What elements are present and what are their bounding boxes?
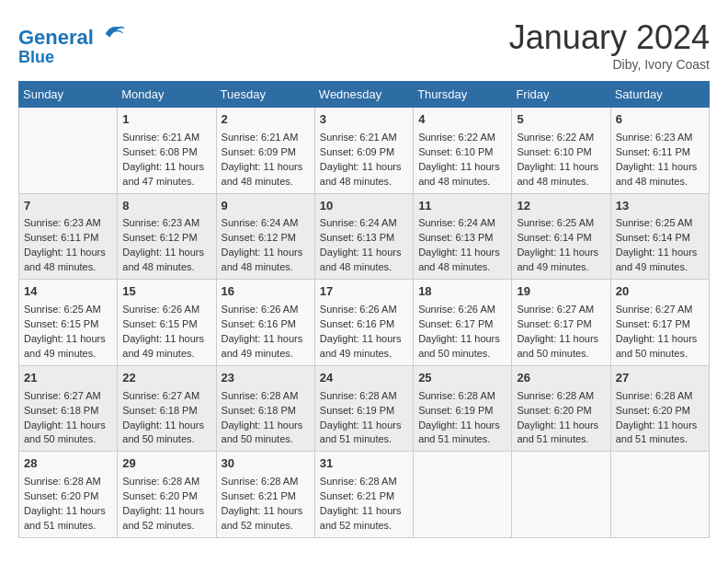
day-info: and 52 minutes. bbox=[122, 519, 210, 534]
day-info: Sunrise: 6:28 AM bbox=[222, 389, 310, 404]
day-info: Sunrise: 6:27 AM bbox=[122, 389, 210, 404]
day-number: 31 bbox=[320, 455, 408, 473]
calendar-cell: 15Sunrise: 6:26 AMSunset: 6:15 PMDayligh… bbox=[118, 280, 216, 366]
day-number: 30 bbox=[222, 455, 310, 473]
day-info: Daylight: 11 hours bbox=[24, 504, 112, 519]
day-info: Sunrise: 6:27 AM bbox=[517, 303, 605, 317]
weekday-header-friday: Friday bbox=[512, 82, 610, 108]
day-info: and 48 minutes. bbox=[222, 260, 310, 275]
day-info: and 51 minutes. bbox=[24, 519, 112, 534]
calendar-cell: 20Sunrise: 6:27 AMSunset: 6:17 PMDayligh… bbox=[610, 280, 709, 366]
day-number: 13 bbox=[616, 198, 704, 215]
calendar-cell: 17Sunrise: 6:26 AMSunset: 6:16 PMDayligh… bbox=[314, 280, 413, 366]
day-info: Daylight: 11 hours bbox=[320, 419, 408, 433]
day-number: 8 bbox=[122, 198, 210, 215]
weekday-header-row: SundayMondayTuesdayWednesdayThursdayFrid… bbox=[19, 82, 710, 108]
day-info: Sunrise: 6:28 AM bbox=[122, 475, 210, 489]
calendar-cell: 7Sunrise: 6:23 AMSunset: 6:11 PMDaylight… bbox=[19, 193, 118, 280]
day-info: Sunset: 6:16 PM bbox=[222, 317, 310, 332]
calendar-cell: 21Sunrise: 6:27 AMSunset: 6:18 PMDayligh… bbox=[19, 365, 118, 452]
day-info: Daylight: 11 hours bbox=[122, 504, 210, 519]
day-info: Sunset: 6:12 PM bbox=[122, 231, 210, 246]
day-info: Sunset: 6:13 PM bbox=[418, 231, 506, 246]
day-info: Daylight: 11 hours bbox=[122, 160, 210, 175]
day-info: Sunset: 6:19 PM bbox=[320, 404, 408, 419]
day-number: 4 bbox=[418, 111, 506, 129]
weekday-header-saturday: Saturday bbox=[610, 82, 709, 108]
day-info: Sunrise: 6:23 AM bbox=[24, 216, 112, 231]
day-info: Sunrise: 6:22 AM bbox=[517, 131, 605, 145]
day-info: Daylight: 11 hours bbox=[122, 332, 210, 347]
day-info: and 51 minutes. bbox=[320, 432, 408, 447]
day-info: Daylight: 11 hours bbox=[517, 332, 605, 347]
day-info: Daylight: 11 hours bbox=[24, 419, 112, 433]
logo-text: General bbox=[18, 18, 127, 49]
logo-blue: Blue bbox=[18, 49, 127, 67]
day-info: and 50 minutes. bbox=[222, 432, 310, 447]
day-info: and 50 minutes. bbox=[517, 347, 605, 362]
weekday-header-tuesday: Tuesday bbox=[216, 82, 314, 108]
day-info: and 48 minutes. bbox=[24, 260, 112, 275]
calendar-cell: 1Sunrise: 6:21 AMSunset: 6:08 PMDaylight… bbox=[118, 108, 216, 194]
day-info: Sunrise: 6:22 AM bbox=[418, 131, 506, 145]
day-info: Daylight: 11 hours bbox=[418, 160, 506, 175]
calendar-cell: 30Sunrise: 6:28 AMSunset: 6:21 PMDayligh… bbox=[216, 452, 314, 538]
day-number: 23 bbox=[222, 370, 310, 387]
calendar-cell: 31Sunrise: 6:28 AMSunset: 6:21 PMDayligh… bbox=[314, 452, 413, 538]
day-info: Daylight: 11 hours bbox=[122, 246, 210, 260]
day-info: Daylight: 11 hours bbox=[222, 332, 310, 347]
day-info: Sunrise: 6:28 AM bbox=[320, 475, 408, 489]
day-info: Sunrise: 6:26 AM bbox=[122, 303, 210, 317]
day-info: Sunset: 6:08 PM bbox=[122, 145, 210, 160]
title-area: January 2024 Diby, Ivory Coast bbox=[509, 18, 710, 72]
day-number: 6 bbox=[616, 111, 704, 129]
day-info: Daylight: 11 hours bbox=[320, 160, 408, 175]
day-number: 17 bbox=[320, 283, 408, 301]
day-number: 11 bbox=[418, 198, 506, 215]
day-info: Daylight: 11 hours bbox=[418, 246, 506, 260]
calendar-week-row: 7Sunrise: 6:23 AMSunset: 6:11 PMDaylight… bbox=[19, 193, 710, 280]
day-info: and 49 minutes. bbox=[517, 260, 605, 275]
day-info: and 49 minutes. bbox=[616, 260, 704, 275]
day-info: and 48 minutes. bbox=[320, 175, 408, 190]
day-info: Sunset: 6:21 PM bbox=[320, 489, 408, 504]
day-number: 25 bbox=[418, 370, 506, 387]
calendar-cell: 29Sunrise: 6:28 AMSunset: 6:20 PMDayligh… bbox=[118, 452, 216, 538]
day-info: Sunset: 6:12 PM bbox=[222, 231, 310, 246]
day-info: Daylight: 11 hours bbox=[222, 419, 310, 433]
day-info: and 52 minutes. bbox=[320, 519, 408, 534]
calendar-cell: 16Sunrise: 6:26 AMSunset: 6:16 PMDayligh… bbox=[216, 280, 314, 366]
calendar-cell: 24Sunrise: 6:28 AMSunset: 6:19 PMDayligh… bbox=[314, 365, 413, 452]
day-number: 22 bbox=[122, 370, 210, 387]
calendar-cell: 13Sunrise: 6:25 AMSunset: 6:14 PMDayligh… bbox=[610, 193, 709, 280]
day-info: Sunrise: 6:28 AM bbox=[418, 389, 506, 404]
calendar-cell: 6Sunrise: 6:23 AMSunset: 6:11 PMDaylight… bbox=[610, 108, 709, 194]
day-number: 20 bbox=[616, 283, 704, 301]
day-info: Sunrise: 6:24 AM bbox=[320, 216, 408, 231]
day-info: Daylight: 11 hours bbox=[222, 504, 310, 519]
day-info: Sunrise: 6:23 AM bbox=[616, 131, 704, 145]
day-info: Daylight: 11 hours bbox=[222, 160, 310, 175]
day-info: Sunset: 6:17 PM bbox=[616, 317, 704, 332]
day-info: Daylight: 11 hours bbox=[418, 419, 506, 433]
day-info: Daylight: 11 hours bbox=[320, 246, 408, 260]
calendar-week-row: 28Sunrise: 6:28 AMSunset: 6:20 PMDayligh… bbox=[19, 452, 710, 538]
day-info: and 51 minutes. bbox=[517, 432, 605, 447]
calendar-cell: 5Sunrise: 6:22 AMSunset: 6:10 PMDaylight… bbox=[512, 108, 610, 194]
calendar-cell: 27Sunrise: 6:28 AMSunset: 6:20 PMDayligh… bbox=[610, 365, 709, 452]
calendar-week-row: 21Sunrise: 6:27 AMSunset: 6:18 PMDayligh… bbox=[19, 365, 710, 452]
day-info: Sunrise: 6:28 AM bbox=[222, 475, 310, 489]
weekday-header-thursday: Thursday bbox=[414, 82, 512, 108]
day-info: Sunset: 6:09 PM bbox=[320, 145, 408, 160]
day-info: Daylight: 11 hours bbox=[24, 246, 112, 260]
page-header: General Blue January 2024 Diby, Ivory Co… bbox=[18, 18, 710, 72]
calendar-cell bbox=[414, 452, 512, 538]
day-info: Daylight: 11 hours bbox=[24, 332, 112, 347]
day-info: Sunset: 6:15 PM bbox=[24, 317, 112, 332]
day-info: and 48 minutes. bbox=[222, 175, 310, 190]
day-info: Sunset: 6:20 PM bbox=[517, 404, 605, 419]
calendar-cell: 2Sunrise: 6:21 AMSunset: 6:09 PMDaylight… bbox=[216, 108, 314, 194]
day-info: Daylight: 11 hours bbox=[320, 504, 408, 519]
calendar-cell: 14Sunrise: 6:25 AMSunset: 6:15 PMDayligh… bbox=[19, 280, 118, 366]
day-info: Sunset: 6:16 PM bbox=[320, 317, 408, 332]
